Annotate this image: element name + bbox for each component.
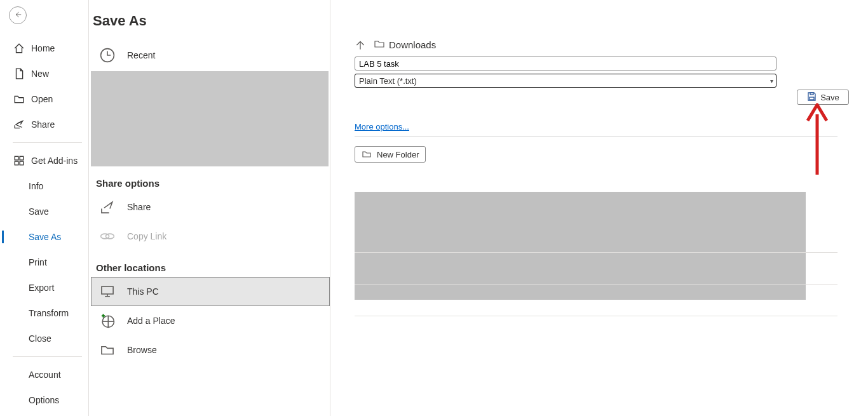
nav-label: Save: [29, 206, 49, 217]
nav-label: Share: [31, 119, 55, 130]
nav-label: Open: [31, 94, 53, 104]
save-panel: Downloads Plain Text (*.txt) ▾ Save More…: [330, 0, 868, 416]
folder-icon: [97, 339, 118, 361]
back-button[interactable]: [9, 6, 27, 24]
nav-transform[interactable]: Transform: [0, 300, 88, 326]
sidebar-divider: [13, 356, 82, 357]
pinned-placeholder: [91, 71, 329, 166]
location-label: Recent: [127, 50, 155, 60]
filetype-dropdown[interactable]: Plain Text (*.txt) ▾: [355, 74, 776, 88]
new-folder-icon: [362, 149, 372, 161]
nav-options[interactable]: Options: [0, 387, 88, 413]
nav-label: Export: [29, 283, 54, 293]
nav-label: Save As: [29, 232, 61, 242]
item-label: Add a Place: [127, 316, 175, 326]
share-options-heading: Share options: [91, 166, 330, 192]
nav-label: Info: [29, 181, 43, 191]
nav-export[interactable]: Export: [0, 275, 88, 300]
filename-input[interactable]: [355, 57, 776, 70]
nav-close[interactable]: Close: [0, 326, 88, 351]
svg-rect-7: [102, 286, 113, 294]
new-folder-label: New Folder: [377, 150, 419, 159]
more-options-link[interactable]: More options...: [355, 122, 409, 131]
browse-item[interactable]: Browse: [91, 335, 330, 365]
nav-info[interactable]: Info: [0, 173, 88, 199]
item-label: Share: [127, 202, 151, 212]
filetype-value: Plain Text (*.txt): [359, 76, 417, 86]
nav-label: Transform: [29, 308, 69, 318]
save-button[interactable]: Save: [797, 90, 849, 105]
location-recent[interactable]: Recent: [91, 41, 330, 70]
up-folder-button[interactable]: [355, 39, 366, 51]
clock-icon: [97, 44, 118, 66]
annotation-arrow: [801, 102, 833, 180]
svg-rect-3: [20, 161, 24, 165]
nav-label: Get Add-ins: [31, 156, 78, 166]
svg-rect-10: [810, 93, 813, 95]
this-pc-item[interactable]: This PC: [91, 277, 330, 306]
nav-open[interactable]: Open: [0, 86, 88, 112]
addins-icon: [13, 155, 25, 166]
pc-icon: [97, 281, 118, 302]
new-folder-button[interactable]: New Folder: [355, 146, 426, 163]
add-place-item[interactable]: Add a Place: [91, 306, 330, 335]
sidebar-divider: [13, 142, 82, 143]
svg-rect-9: [810, 97, 814, 100]
file-list-rows: [355, 221, 837, 316]
copy-link-item: Copy Link: [91, 222, 330, 251]
locations-panel: Save As Recent Share options Share Copy …: [89, 0, 330, 416]
item-label: Copy Link: [127, 231, 166, 241]
nav-label: Home: [31, 43, 55, 53]
nav-print[interactable]: Print: [0, 250, 88, 275]
share-arrow-icon: [97, 196, 118, 218]
other-locations-heading: Other locations: [91, 251, 330, 277]
folder-open-icon: [13, 93, 25, 105]
share-icon: [13, 119, 25, 130]
nav-save-as[interactable]: Save As: [0, 224, 88, 250]
svg-rect-1: [20, 156, 24, 160]
nav-label: Print: [29, 257, 47, 267]
globe-plus-icon: [97, 310, 118, 332]
folder-name: Downloads: [389, 39, 436, 50]
share-item[interactable]: Share: [91, 192, 330, 222]
save-disk-icon: [806, 91, 817, 104]
save-button-label: Save: [820, 93, 839, 102]
chevron-down-icon: ▾: [770, 77, 773, 84]
arrow-left-icon: [13, 10, 22, 20]
nav-save[interactable]: Save: [0, 199, 88, 224]
folder-icon: [374, 38, 385, 51]
nav-label: Account: [29, 370, 61, 380]
link-icon: [97, 225, 118, 247]
breadcrumb: Downloads: [355, 38, 849, 51]
item-label: This PC: [127, 286, 159, 297]
document-new-icon: [13, 68, 25, 79]
home-icon: [13, 43, 25, 54]
nav-home[interactable]: Home: [0, 36, 88, 61]
nav-label: Close: [29, 333, 51, 344]
backstage-sidebar: Home New Open Share Get Add-ins Info Sav…: [0, 0, 89, 416]
svg-point-6: [105, 234, 114, 239]
divider: [355, 137, 837, 137]
nav-label: Options: [29, 395, 59, 405]
svg-rect-2: [15, 161, 18, 165]
page-title: Save As: [91, 13, 330, 41]
nav-share[interactable]: Share: [0, 112, 88, 137]
current-folder[interactable]: Downloads: [374, 38, 436, 51]
nav-account[interactable]: Account: [0, 362, 88, 387]
svg-rect-0: [15, 156, 18, 160]
item-label: Browse: [127, 345, 157, 355]
nav-get-addins[interactable]: Get Add-ins: [0, 148, 88, 173]
nav-label: New: [31, 69, 49, 79]
nav-new[interactable]: New: [0, 61, 88, 86]
